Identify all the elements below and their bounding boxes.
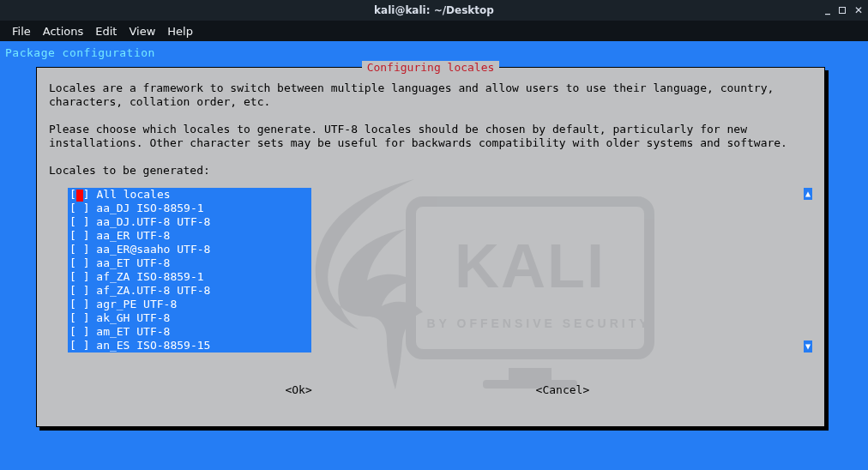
locale-option[interactable]: [ ] aa_ET UTF-8 [68,256,311,270]
locale-option[interactable]: [ ] an_ES ISO-8859-15 [68,339,311,352]
menubar: File Actions Edit View Help [0,21,868,41]
minimize-button[interactable]: _ [825,0,830,19]
close-button[interactable]: ✕ [854,0,863,21]
maximize-button[interactable] [839,7,846,14]
watermark-brand: KALI [431,231,629,301]
dialog-button-row: <Ok> <Cancel> [37,383,824,396]
menu-actions[interactable]: Actions [43,25,84,38]
scroll-down-icon[interactable]: ▼ [804,340,812,352]
dialog-paragraph-2: Please choose which locales to generate.… [49,123,812,150]
locales-listbox[interactable]: [] All locales[ ] aa_DJ ISO-8859-1[ ] aa… [68,188,311,352]
locale-option[interactable]: [ ] aa_DJ.UTF-8 UTF-8 [68,215,311,229]
locale-option[interactable]: [] All locales [68,188,311,202]
terminal-area: Package configuration KALI BY OFFENSIVE … [0,41,868,470]
listbox-scrollbar[interactable]: ▲ ▼ [804,188,812,352]
configuring-locales-dialog: KALI BY OFFENSIVE SECURITY Configuring l… [36,67,825,427]
cursor-icon [76,190,83,202]
locale-option[interactable]: [ ] af_ZA.UTF-8 UTF-8 [68,284,311,298]
package-configuration-header: Package configuration [0,41,868,63]
menu-edit[interactable]: Edit [95,25,117,38]
kali-watermark: KALI BY OFFENSIVE SECURITY [286,171,766,411]
locale-option[interactable]: [ ] aa_ER@saaho UTF-8 [68,243,311,256]
dragon-icon [286,171,457,394]
menu-help[interactable]: Help [167,25,193,38]
dialog-paragraph-1: Locales are a framework to switch betwee… [49,81,812,109]
scroll-up-icon[interactable]: ▲ [804,188,812,200]
watermark-tagline: BY OFFENSIVE SECURITY [410,316,667,330]
menu-file[interactable]: File [12,25,31,38]
window-title: kali@kali: ~/Desktop [374,4,494,16]
locale-option[interactable]: [ ] af_ZA ISO-8859-1 [68,270,311,284]
dialog-title: Configuring locales [362,61,500,74]
ok-button[interactable]: <Ok> [170,383,427,396]
window-titlebar: kali@kali: ~/Desktop _ ✕ [0,0,868,21]
locale-option[interactable]: [ ] ak_GH UTF-8 [68,311,311,325]
menu-view[interactable]: View [129,25,155,38]
locale-option[interactable]: [ ] agr_PE UTF-8 [68,298,311,311]
window-controls: _ ✕ [825,0,863,21]
cancel-button[interactable]: <Cancel> [434,383,691,396]
dialog-prompt: Locales to be generated: [49,164,812,178]
dialog-title-row: Configuring locales [37,61,824,74]
locale-option[interactable]: [ ] aa_ER UTF-8 [68,229,311,243]
locale-option[interactable]: [ ] am_ET UTF-8 [68,325,311,339]
locale-option[interactable]: [ ] aa_DJ ISO-8859-1 [68,202,311,215]
